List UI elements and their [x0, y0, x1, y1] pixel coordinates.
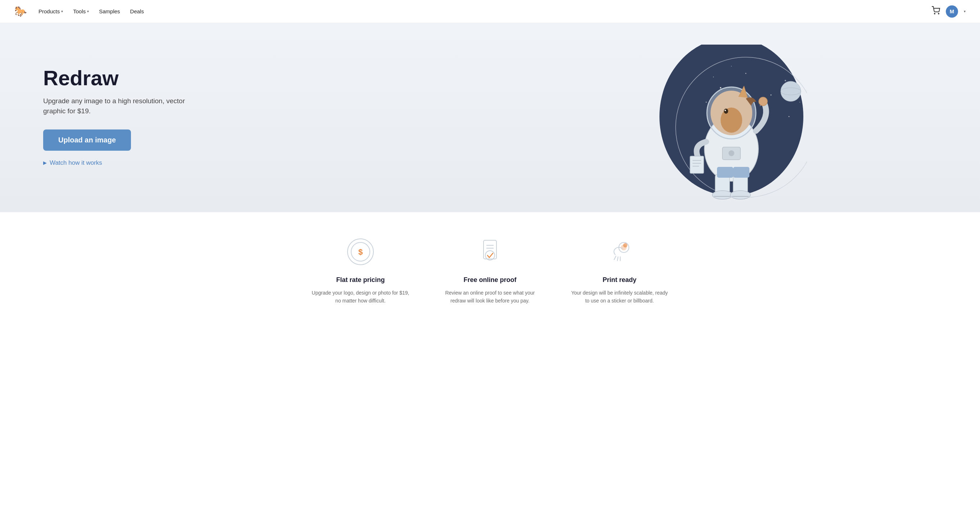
hero-subtitle: Upgrade any image to a high resolution, … — [43, 96, 194, 116]
hero-image — [620, 45, 807, 210]
svg-point-13 — [799, 102, 800, 102]
svg-rect-31 — [717, 167, 733, 178]
svg-point-22 — [725, 110, 726, 111]
nav-tools-label: Tools — [73, 8, 86, 14]
svg-point-49 — [623, 243, 627, 248]
svg-point-24 — [729, 150, 734, 156]
hero-illustration — [490, 45, 937, 210]
nav-deals[interactable]: Deals — [130, 8, 144, 14]
svg-point-5 — [745, 73, 746, 74]
feature-print-ready-title: Print ready — [603, 276, 636, 284]
svg-point-8 — [706, 102, 707, 103]
svg-point-27 — [712, 191, 732, 199]
svg-line-47 — [617, 257, 618, 261]
feature-free-proof: Free online proof Review an online proof… — [440, 237, 540, 305]
svg-point-4 — [720, 87, 721, 89]
feature-free-proof-desc: Review an online proof to see what your … — [440, 289, 540, 305]
dollar-icon: $ — [346, 237, 375, 266]
feature-print-ready-desc: Your design will be infinitely scalable,… — [569, 289, 670, 305]
features-section: $ Flat rate pricing Upgrade your logo, d… — [0, 212, 980, 327]
chevron-down-icon: ▾ — [61, 10, 63, 13]
feature-free-proof-title: Free online proof — [463, 276, 516, 284]
svg-point-11 — [789, 116, 790, 117]
feature-flat-rate: $ Flat rate pricing Upgrade your logo, d… — [310, 237, 411, 305]
chevron-down-icon: ▾ — [87, 10, 89, 13]
nav-samples[interactable]: Samples — [99, 8, 120, 14]
play-icon: ▶ — [43, 160, 47, 165]
svg-point-20 — [721, 108, 742, 133]
print-icon — [605, 237, 634, 266]
svg-point-9 — [760, 105, 760, 106]
nav-products[interactable]: Products ▾ — [38, 8, 63, 14]
cart-icon[interactable] — [931, 6, 940, 17]
nav-right: M ▾ — [931, 5, 966, 17]
svg-point-17 — [759, 97, 767, 106]
avatar-chevron-icon[interactable]: ▾ — [964, 10, 966, 13]
logo[interactable]: 🐎 — [14, 5, 27, 17]
user-avatar[interactable]: M — [946, 5, 958, 17]
watch-link[interactable]: ▶ Watch how it works — [43, 159, 490, 167]
svg-point-21 — [724, 109, 728, 114]
hero-title: Redraw — [43, 67, 490, 89]
svg-rect-32 — [733, 167, 749, 178]
svg-point-12 — [713, 76, 714, 77]
nav-tools[interactable]: Tools ▾ — [73, 8, 89, 14]
svg-point-0 — [934, 13, 935, 14]
nav-samples-label: Samples — [99, 8, 120, 14]
svg-point-28 — [730, 191, 751, 199]
svg-line-46 — [614, 256, 616, 260]
svg-point-14 — [781, 81, 801, 102]
svg-point-6 — [771, 95, 772, 96]
nav-products-label: Products — [38, 8, 60, 14]
check-icon — [476, 237, 504, 266]
navbar: 🐎 Products ▾ Tools ▾ Samples Deals M ▾ — [0, 0, 980, 23]
upload-button[interactable]: Upload an image — [43, 129, 131, 151]
feature-flat-rate-desc: Upgrade your logo, design or photo for $… — [310, 289, 411, 305]
nav-deals-label: Deals — [130, 8, 144, 14]
watch-label: Watch how it works — [50, 159, 102, 167]
feature-print-ready: Print ready Your design will be infinite… — [569, 237, 670, 305]
svg-text:$: $ — [358, 248, 363, 256]
svg-point-1 — [938, 13, 939, 14]
hero-section: Redraw Upgrade any image to a high resol… — [0, 23, 980, 210]
hero-content: Redraw Upgrade any image to a high resol… — [43, 67, 490, 188]
svg-point-7 — [785, 80, 786, 81]
svg-rect-33 — [690, 156, 704, 173]
svg-point-10 — [731, 66, 732, 67]
feature-flat-rate-title: Flat rate pricing — [336, 276, 385, 284]
nav-links: Products ▾ Tools ▾ Samples Deals — [38, 8, 931, 14]
